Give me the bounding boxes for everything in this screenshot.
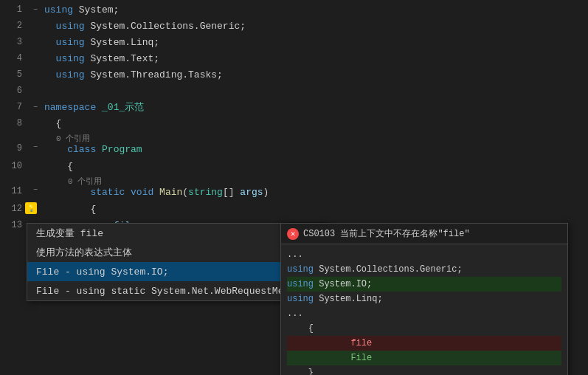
preview-line-2: using System.Collections.Generic;	[287, 262, 561, 277]
preview-header: ✕ CS0103 当前上下文中不存在名称"file"	[281, 224, 567, 244]
preview-line-3: using System.IO;	[287, 277, 561, 292]
code-line-2: 2 using System.Collections.Generic;	[0, 18, 588, 34]
line-num-6: 6	[0, 86, 30, 96]
line-num-13: 13	[0, 220, 30, 230]
line-content-8: {	[41, 118, 61, 129]
menu-item-expression-body-label: 使用方法的表达式主体	[36, 246, 132, 259]
line-content-10: {	[41, 161, 73, 172]
line-num-3: 3	[0, 37, 30, 47]
preview-code: ... using System.Collections.Generic; us…	[281, 244, 567, 375]
quick-fix-bulb[interactable]: 💡	[25, 202, 37, 214]
line-content-9: 0 个引用 class Program	[41, 133, 142, 155]
code-line-5: 5 using System.Threading.Tasks;	[0, 66, 588, 83]
error-icon: ✕	[287, 228, 299, 240]
code-line-7: 7 − namespace _01_示范	[0, 99, 588, 115]
menu-item-file-static-label: File - using static System.Net.WebReques…	[36, 286, 318, 297]
menu-item-generate-var-label: 生成变量 file	[36, 227, 103, 240]
preview-line-6: {	[287, 321, 561, 336]
preview-line-8: File	[287, 351, 561, 365]
code-line-9: 9 − 0 个引用 class Program	[0, 131, 588, 158]
preview-line-7: file	[287, 336, 561, 351]
collapse-7[interactable]: −	[30, 103, 41, 111]
editor-area: 1 − using System; 2 using System.Collect…	[0, 0, 588, 375]
line-content-5: using System.Threading.Tasks;	[41, 69, 223, 80]
preview-line-9: }	[287, 365, 561, 375]
collapse-11[interactable]: −	[30, 176, 41, 194]
code-line-10: 10 {	[0, 158, 588, 174]
line-content-12: {	[41, 204, 96, 215]
menu-item-file-io-label: File - using System.IO;	[36, 266, 168, 278]
line-content-1: using System;	[41, 4, 119, 16]
code-line-4: 4 using System.Text;	[0, 50, 588, 66]
code-lines: 1 − using System; 2 using System.Collect…	[0, 0, 588, 233]
line-num-9: 9	[0, 133, 30, 154]
code-line-1: 1 − using System;	[0, 1, 588, 18]
preview-line-1: ...	[287, 247, 561, 262]
line-content-7: namespace _01_示范	[41, 100, 144, 114]
line-content-4: using System.Text;	[41, 53, 159, 64]
line-num-5: 5	[0, 69, 30, 80]
preview-line-5: ...	[287, 306, 561, 321]
code-line-11: 11 − 0 个引用 static void Main(string[] arg…	[0, 174, 588, 201]
preview-popup: ✕ CS0103 当前上下文中不存在名称"file" ... using Sys…	[280, 223, 568, 375]
collapse-1[interactable]: −	[30, 6, 41, 14]
code-line-6: 6	[0, 83, 588, 99]
code-line-3: 3 using System.Linq;	[0, 34, 588, 50]
collapse-9[interactable]: −	[30, 133, 41, 151]
code-line-8: 8 {	[0, 115, 588, 131]
preview-line-4: using System.Linq;	[287, 292, 561, 306]
line-content-2: using System.Collections.Generic;	[41, 21, 246, 32]
error-message: CS0103 当前上下文中不存在名称"file"	[303, 227, 470, 240]
line-content-3: using System.Linq;	[41, 37, 159, 48]
line-num-11: 11	[0, 176, 30, 196]
code-line-12: 12 {	[0, 201, 588, 217]
line-num-10: 10	[0, 161, 30, 171]
line-num-2: 2	[0, 21, 30, 31]
line-num-4: 4	[0, 53, 30, 63]
line-num-7: 7	[0, 102, 30, 112]
line-num-1: 1	[0, 4, 30, 15]
line-content-11: 0 个引用 static void Main(string[] args)	[41, 176, 269, 198]
line-num-8: 8	[0, 118, 30, 128]
